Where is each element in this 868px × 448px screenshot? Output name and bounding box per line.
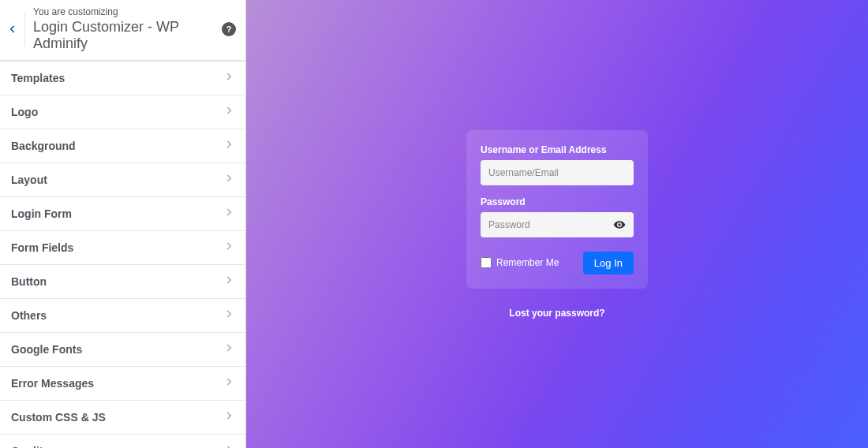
menu-label: Credits	[11, 445, 49, 448]
header-text: You are customizing Login Customizer - W…	[33, 6, 222, 52]
menu-item-others[interactable]: Others	[0, 299, 245, 333]
menu-item-error-messages[interactable]: Error Messages	[0, 367, 245, 401]
password-input[interactable]	[481, 212, 634, 237]
menu-label: Custom CSS & JS	[11, 411, 106, 424]
back-button[interactable]	[0, 12, 25, 47]
customizer-sidebar: You are customizing Login Customizer - W…	[0, 0, 246, 448]
menu-label: Layout	[11, 174, 47, 186]
remember-label[interactable]: Remember Me	[496, 257, 559, 268]
chevron-right-icon	[223, 241, 234, 255]
menu-item-credits[interactable]: Credits	[0, 435, 245, 448]
sidebar-header: You are customizing Login Customizer - W…	[0, 0, 245, 61]
chevron-right-icon	[223, 71, 234, 85]
chevron-right-icon	[223, 105, 234, 119]
chevron-right-icon	[223, 410, 234, 424]
menu-label: Background	[11, 140, 76, 152]
panel-title: Login Customizer - WP Adminify	[33, 19, 222, 52]
login-preview: Username or Email Address Password Remem…	[246, 0, 868, 448]
chevron-right-icon	[223, 444, 234, 448]
menu-item-templates[interactable]: Templates	[0, 62, 245, 95]
menu-item-google-fonts[interactable]: Google Fonts	[0, 333, 245, 367]
menu-label: Others	[11, 309, 47, 322]
menu-item-logo[interactable]: Logo	[0, 95, 245, 129]
help-icon[interactable]: ?	[222, 22, 236, 36]
menu-item-custom-css-js[interactable]: Custom CSS & JS	[0, 401, 245, 435]
menu-label: Button	[11, 275, 47, 288]
menu-item-button[interactable]: Button	[0, 265, 245, 299]
chevron-right-icon	[223, 274, 234, 289]
username-label: Username or Email Address	[481, 144, 634, 155]
password-label: Password	[481, 196, 634, 207]
menu-label: Logo	[11, 106, 38, 118]
username-input[interactable]	[481, 160, 634, 185]
menu-item-layout[interactable]: Layout	[0, 163, 245, 197]
login-card: Username or Email Address Password Remem…	[466, 130, 648, 289]
form-row: Remember Me Log In	[481, 252, 634, 274]
menu-label: Form Fields	[11, 241, 73, 254]
remember-checkbox[interactable]	[481, 257, 492, 268]
chevron-right-icon	[223, 173, 234, 187]
menu-label: Google Fonts	[11, 343, 82, 356]
menu-label: Templates	[11, 72, 65, 84]
customizing-subtitle: You are customizing	[33, 6, 222, 17]
menu-item-form-fields[interactable]: Form Fields	[0, 231, 245, 265]
chevron-right-icon	[223, 139, 234, 153]
remember-me: Remember Me	[481, 257, 559, 268]
toggle-password-visibility[interactable]	[613, 218, 626, 234]
chevron-right-icon	[223, 207, 234, 221]
menu-list: Templates Logo Background Layout Login F…	[0, 62, 245, 448]
login-button[interactable]: Log In	[583, 252, 634, 274]
menu-item-background[interactable]: Background	[0, 129, 245, 163]
menu-item-login-form[interactable]: Login Form	[0, 197, 245, 231]
chevron-right-icon	[223, 342, 234, 357]
eye-icon	[613, 218, 626, 231]
lost-password-link[interactable]: Lost your password?	[509, 308, 604, 319]
chevron-right-icon	[223, 308, 234, 323]
menu-label: Login Form	[11, 207, 72, 220]
menu-label: Error Messages	[11, 377, 94, 390]
chevron-left-icon	[7, 24, 18, 35]
chevron-right-icon	[223, 376, 234, 390]
